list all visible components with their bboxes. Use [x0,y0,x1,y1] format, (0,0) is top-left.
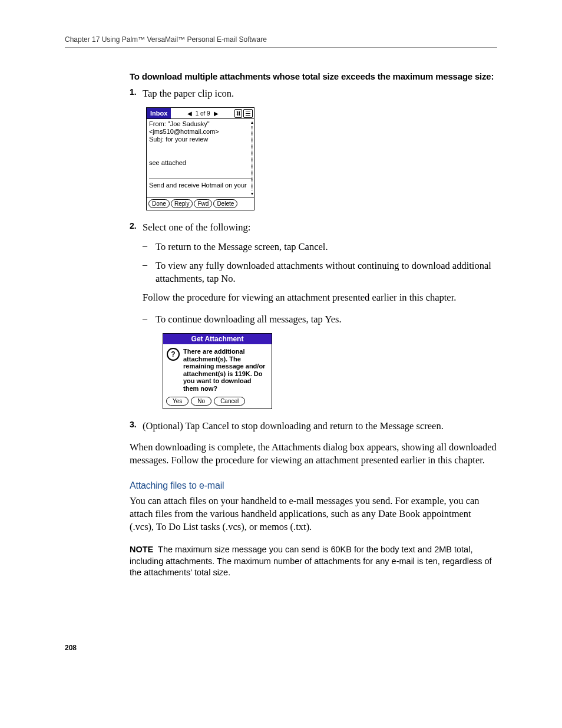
step-number: 3. [130,420,143,433]
sub-bullet: – To continue downloading all messages, … [143,313,497,326]
screenshot-inbox: Inbox ◀ 1 of 9 ▶ 𝖀 ☰ From: "Joe Sadusky"… [146,107,254,210]
inbox-toolbar-icons: 𝖀 ☰ [234,109,254,118]
dash-icon: – [143,313,156,326]
page: Chapter 17 Using Palm™ VersaMail™ Person… [0,0,562,687]
from-line: From: "Joe Sadusky" [149,120,252,128]
inbox-body: From: "Joe Sadusky" <jms510@hotmail.com>… [147,118,254,197]
fwd-button[interactable]: Fwd [194,199,212,208]
scroll-track[interactable] [251,126,253,190]
step-text: Tap the paper clip icon. [143,87,234,100]
subject-line: Subj: for your review [149,136,252,143]
attach-paragraph: You can attach files on your handheld to… [130,495,497,534]
paperclip-icon[interactable]: 𝖀 [234,109,242,118]
scroll-down-icon[interactable]: ▾ [251,191,253,196]
dash-icon: – [143,259,156,286]
dialog-message: There are additional attachment(s). The … [183,348,268,393]
yes-button[interactable]: Yes [166,397,189,406]
prev-arrow-icon[interactable]: ◀ [187,110,192,117]
step-1: 1. Tap the paper clip icon. [130,87,497,100]
step-text: (Optional) Tap Cancel to stop downloadin… [143,420,444,433]
inbox-label: Inbox [147,108,171,118]
running-header: Chapter 17 Using Palm™ VersaMail™ Person… [65,35,497,48]
message-body: see attached [149,159,252,167]
cancel-button[interactable]: Cancel [214,397,245,406]
content-area: To download multiple attachments whose t… [130,71,497,579]
note-block: NOTE The maximum size message you can se… [130,544,497,579]
sub-bullet: – To view any fully downloaded attachmen… [143,259,497,286]
inbox-button-row: Done Reply Fwd Delete [147,197,254,210]
dialog-button-row: Yes No Cancel [163,395,272,409]
page-number: 208 [65,644,497,652]
note-label: NOTE [130,545,153,554]
scroll-up-icon[interactable]: ▴ [251,120,253,125]
no-button[interactable]: No [191,397,211,406]
step-text: Select one of the following: [143,221,250,234]
step-number: 1. [130,87,143,100]
sub-text: To return to the Message screen, tap Can… [156,241,328,253]
step-2: 2. Select one of the following: [130,221,497,234]
screenshot-dialog: Get Attachment ? There are additional at… [163,333,272,409]
note-body: The maximum size message you can send is… [130,545,492,577]
inbox-titlebar: Inbox ◀ 1 of 9 ▶ 𝖀 ☰ [147,108,254,118]
delete-button[interactable]: Delete [213,199,237,208]
email-line: <jms510@hotmail.com> [149,128,252,136]
step-3: 3. (Optional) Tap Cancel to stop downloa… [130,420,497,433]
footer-line: Send and receive Hotmail on your [149,182,252,189]
sub-text: To continue downloading all messages, ta… [156,313,342,326]
follow-paragraph: Follow the procedure for viewing an atta… [143,291,497,304]
scrollbar[interactable]: ▴ ▾ [250,119,254,197]
menu-icon[interactable]: ☰ [243,109,253,118]
dash-icon: – [143,241,156,253]
inbox-nav: ◀ 1 of 9 ▶ [171,110,234,117]
sub-text: To view any fully downloaded attachments… [156,259,497,286]
section-heading: To download multiple attachments whose t… [130,71,497,81]
reply-button[interactable]: Reply [171,199,193,208]
done-button[interactable]: Done [148,199,170,208]
question-icon: ? [167,348,180,361]
dialog-title: Get Attachment [163,334,272,344]
subheading-attaching: Attaching files to e-mail [130,480,497,491]
step-number: 2. [130,221,143,234]
dialog-body: ? There are additional attachment(s). Th… [163,344,272,395]
next-arrow-icon[interactable]: ▶ [214,110,219,117]
completion-paragraph: When downloading is complete, the Attach… [130,441,497,467]
sub-bullet: – To return to the Message screen, tap C… [143,241,497,253]
message-counter: 1 of 9 [196,110,210,117]
